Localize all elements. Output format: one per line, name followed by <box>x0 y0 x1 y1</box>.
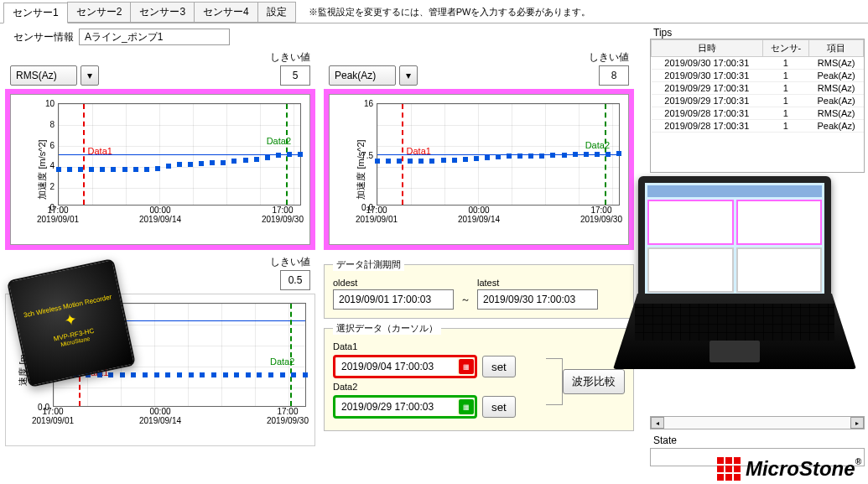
tips-log-table[interactable]: 日時 センサ- 項目 2019/09/30 17:00:311RMS(Az)20… <box>650 39 865 173</box>
data1-input-wrap: ▦ <box>333 355 477 378</box>
chart-1[interactable]: 加速度 [m/s^2] 0 2 4 6 8 10 Data1 Data2 <box>10 94 310 245</box>
table-row[interactable]: 2019/09/30 17:00:311Peak(Az) <box>652 70 864 82</box>
state-label: State <box>653 435 865 446</box>
threshold-value-1[interactable]: 5 <box>280 65 310 86</box>
chart-2-wrap: 加速度 [m/s^2] 0.0 7.5 16 Data1 Data2 17: <box>324 89 634 250</box>
data1-set-button[interactable]: set <box>482 356 516 377</box>
table-row[interactable]: 2019/09/29 17:00:311Peak(Az) <box>652 95 864 107</box>
scroll-track[interactable] <box>664 417 850 429</box>
latest-value: 2019/09/30 17:00:03 <box>477 289 598 310</box>
chart-2-ylabel: 加速度 [m/s^2] <box>355 139 367 199</box>
scroll-left-icon[interactable]: ◂ <box>651 417 664 429</box>
table-row[interactable]: 2019/09/30 17:00:311RMS(Az) <box>652 57 864 70</box>
calendar-icon[interactable]: ▦ <box>459 399 474 414</box>
scroll-right-icon[interactable]: ▸ <box>850 417 864 429</box>
data2-input[interactable] <box>336 398 457 415</box>
chart-2[interactable]: 加速度 [m/s^2] 0.0 7.5 16 Data1 Data2 17: <box>329 94 629 245</box>
metric-select-2-arrow[interactable]: ▾ <box>399 65 418 86</box>
tab-sensor2[interactable]: センサー2 <box>67 2 132 23</box>
sensor-info-label: センサー情報 <box>13 30 74 44</box>
series-2 <box>377 104 619 205</box>
data1-input[interactable] <box>336 358 457 375</box>
tab-sensor4[interactable]: センサー4 <box>194 2 258 23</box>
series-1 <box>59 104 300 205</box>
device-photo: 3ch Wireless Motion Recorder ✦ MVP-RF3-H… <box>7 258 136 388</box>
table-row[interactable]: 2019/09/28 17:00:311Peak(Az) <box>652 120 864 133</box>
metric-select-2[interactable]: Peak(Az) <box>329 65 396 86</box>
tab-settings[interactable]: 設定 <box>257 2 296 23</box>
tab-sensor1[interactable]: センサー1 <box>3 3 68 23</box>
period-group: データ計測期間 oldest 2019/09/01 17:00:03 ～ lat… <box>324 258 634 319</box>
chevron-down-icon: ▾ <box>87 70 92 81</box>
bracket-icon <box>546 358 563 405</box>
tab-bar: センサー1 センサー2 センサー3 センサー4 設定 ※監視設定を変更するには、… <box>0 0 868 23</box>
chevron-down-icon: ▾ <box>406 70 411 81</box>
log-th-sensor[interactable]: センサ- <box>762 40 809 57</box>
latest-label: latest <box>477 278 598 288</box>
table-row[interactable]: 2019/09/28 17:00:311RMS(Az) <box>652 107 864 120</box>
period-legend: データ計測期間 <box>333 258 404 271</box>
data2-label: Data2 <box>333 382 543 392</box>
threshold-value-2[interactable]: 8 <box>599 65 629 86</box>
calendar-icon[interactable]: ▦ <box>459 359 474 374</box>
threshold-value-3[interactable]: 0.5 <box>280 270 310 290</box>
cursor-select-legend: 選択データ（カーソル） <box>333 322 441 335</box>
log-th-date[interactable]: 日時 <box>652 40 763 57</box>
tips-label: Tips <box>653 27 865 39</box>
threshold-label-1: しきい値 <box>270 50 310 65</box>
threshold-label-2: しきい値 <box>589 50 629 65</box>
sensor-info-value: Aライン_ポンプ1 <box>79 29 230 45</box>
admin-pw-note: ※監視設定を変更するには、管理者PWを入力する必要があります。 <box>309 6 591 18</box>
tips-hscroll[interactable]: ◂ ▸ <box>650 416 865 429</box>
chart-1-wrap: 加速度 [m/s^2] 0 2 4 6 8 10 Data1 Data2 <box>5 89 315 250</box>
waveform-compare-button[interactable]: 波形比較 <box>563 369 625 394</box>
period-tilde: ～ <box>460 293 470 307</box>
data2-set-button[interactable]: set <box>482 396 516 418</box>
metric-select-1[interactable]: RMS(Az) <box>10 65 77 86</box>
table-row[interactable]: 2019/09/29 17:00:311RMS(Az) <box>652 82 864 95</box>
metric-select-1-arrow[interactable]: ▾ <box>81 65 99 86</box>
data2-input-wrap: ▦ <box>333 395 477 419</box>
tab-sensor3[interactable]: センサー3 <box>130 2 195 23</box>
log-th-item[interactable]: 項目 <box>809 40 864 57</box>
threshold-label-3: しきい値 <box>270 255 310 269</box>
oldest-label: oldest <box>333 278 454 288</box>
logo-mark-icon <box>717 457 741 481</box>
data1-label: Data1 <box>333 341 543 351</box>
cursor-select-group: 選択データ（カーソル） Data1 ▦ set Data2 <box>324 322 634 431</box>
oldest-value: 2019/09/01 17:00:03 <box>333 289 454 310</box>
brand-logo: MicroStone® <box>717 457 861 481</box>
